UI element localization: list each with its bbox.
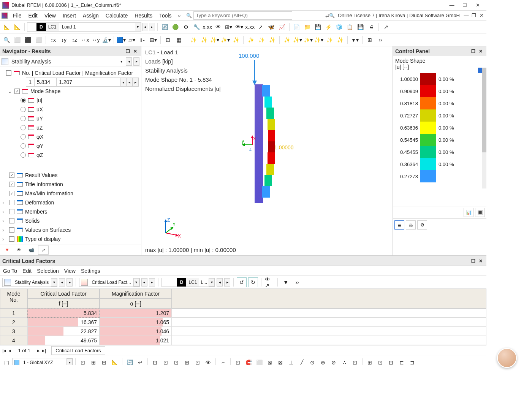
row-no[interactable]: 2: [0, 318, 27, 327]
lc-next-button[interactable]: ▸: [224, 278, 230, 287]
mode-option-uY[interactable]: uY: [2, 114, 139, 123]
checkbox[interactable]: [9, 218, 14, 223]
expand-icon[interactable]: ⌄: [8, 88, 12, 94]
expand-icon[interactable]: ›: [2, 209, 7, 215]
row-dropdown-icon[interactable]: ▾: [120, 78, 126, 86]
toolbar2-icon-13[interactable]: ▱▾: [127, 35, 137, 45]
toolbar2-icon-23[interactable]: ✨▾: [220, 35, 230, 45]
toolbar-overflow-icon[interactable]: ››: [292, 277, 302, 287]
chevron-down-icon[interactable]: ▾: [51, 278, 57, 287]
toolbar2-icon-1[interactable]: ⬜: [12, 35, 22, 45]
bottom-icon-26[interactable]: ⊘: [329, 358, 339, 365]
page-next-button[interactable]: ▸: [37, 348, 40, 353]
display-option[interactable]: ✓Result Values: [2, 171, 139, 180]
coordinate-system-combo[interactable]: 1 - Global XYZ ▾: [12, 358, 73, 365]
table-tab[interactable]: Critical Load Factors: [51, 346, 105, 355]
toolbar2-icon-3[interactable]: ⬜: [33, 35, 43, 45]
doc-close-button[interactable]: ✕: [478, 12, 485, 19]
table-category-combo[interactable]: Stability Analysis ▾: [2, 278, 57, 287]
toolbar-icon-0[interactable]: 🔄: [160, 22, 170, 32]
mode-option-φY[interactable]: φY: [2, 141, 139, 150]
bottom-icon-28[interactable]: ⊡: [350, 358, 360, 365]
expand-icon[interactable]: ›: [2, 218, 7, 224]
close-button[interactable]: ✕: [471, 1, 484, 10]
bottom-icon-10[interactable]: ⊡: [171, 358, 181, 365]
bottom-icon-33[interactable]: ⊏: [397, 358, 407, 365]
panel-close-icon[interactable]: ✕: [477, 48, 484, 55]
category-next-button[interactable]: ▸: [133, 57, 139, 66]
toolbar-icon-6[interactable]: ⊞▾: [224, 22, 234, 32]
row-prev-button[interactable]: ◂: [126, 78, 132, 86]
radio-icon[interactable]: [21, 143, 26, 149]
bottom-icon-11[interactable]: ⊞: [182, 358, 192, 365]
radio-icon[interactable]: [21, 107, 26, 112]
toolbar-icon-22[interactable]: ↗: [381, 22, 391, 32]
chevron-down-icon[interactable]: ▾: [66, 358, 73, 365]
result-next-button[interactable]: ▸: [149, 278, 155, 287]
toolbar2-icon-33[interactable]: ✨▾: [314, 35, 324, 45]
page-prev-button[interactable]: ◂: [8, 348, 11, 353]
toolbar-icon-2[interactable]: ⚙: [181, 22, 191, 32]
display-option[interactable]: ✓Title Information: [2, 180, 139, 189]
lc-prev-button[interactable]: ◂: [217, 278, 223, 287]
toolbar2-icon-24[interactable]: ✨: [231, 35, 241, 45]
radio-icon[interactable]: [21, 98, 26, 103]
search-input[interactable]: [193, 11, 292, 20]
toolbar-icon-16[interactable]: ⚡: [324, 22, 334, 32]
legend-tab-colors-icon[interactable]: ≣: [394, 220, 404, 230]
result-prev-button[interactable]: ◂: [141, 278, 147, 287]
toolbar-icon-13[interactable]: 📄: [292, 22, 302, 32]
toolbar-icon-5[interactable]: 👁: [213, 22, 223, 32]
maximize-button[interactable]: ☐: [458, 1, 471, 10]
toolbar2-icon-40[interactable]: ››: [375, 35, 385, 45]
category-prev-button[interactable]: ◂: [126, 57, 132, 66]
minimize-button[interactable]: —: [445, 1, 458, 10]
toolbar2-icon-10[interactable]: 🔬▾: [101, 35, 111, 45]
table-menu-settings[interactable]: Settings: [81, 268, 100, 274]
radio-icon[interactable]: [21, 125, 26, 130]
display-option[interactable]: ›Solids: [2, 216, 139, 225]
toolbar2-icon-32[interactable]: ✨▾: [303, 35, 313, 45]
panel-restore-icon[interactable]: ❐: [124, 48, 131, 55]
3d-viewport[interactable]: LC1 - Load 1 Loads [kip] Stability Analy…: [141, 46, 393, 255]
checkbox[interactable]: [9, 200, 14, 205]
tree-checkbox[interactable]: [6, 70, 11, 76]
radio-icon[interactable]: [21, 116, 26, 121]
toolbar2-icon-18[interactable]: ▦: [174, 35, 184, 45]
toolbar2-icon-35[interactable]: ✨: [335, 35, 345, 45]
results-off-icon[interactable]: 📐: [12, 22, 22, 32]
toolbar2-icon-15[interactable]: ⊞▾: [148, 35, 158, 45]
bottom-icon-5[interactable]: 🔄: [125, 358, 135, 365]
toolbar-icon-15[interactable]: 💾: [313, 22, 323, 32]
nav-tab-video-icon[interactable]: 📹: [26, 245, 36, 255]
toolbar2-icon-30[interactable]: ✨: [282, 35, 292, 45]
menu-tools[interactable]: Tools: [156, 11, 175, 20]
toolbar-icon-17[interactable]: 🧊: [334, 22, 344, 32]
doc-minimize-button[interactable]: —: [463, 12, 470, 19]
panel-close-icon[interactable]: ✕: [477, 258, 484, 264]
page-first-button[interactable]: |◂: [2, 348, 6, 353]
chevron-down-icon[interactable]: ▾: [118, 59, 124, 63]
cell-clf[interactable]: 22.827: [27, 327, 100, 336]
mode-option-φZ[interactable]: φZ: [2, 150, 139, 160]
doc-restore-button[interactable]: ❐: [470, 12, 477, 19]
menu-edit[interactable]: Edit: [25, 11, 41, 20]
table-menu-selection[interactable]: Selection: [37, 268, 59, 274]
filter-icon[interactable]: ▼: [281, 277, 291, 287]
toolbar-icon-11[interactable]: 📈: [277, 22, 287, 32]
legend-edit-icon[interactable]: 📊: [464, 208, 473, 217]
bottom-icon-12[interactable]: ⊡: [193, 358, 203, 365]
display-option[interactable]: ›Values on Surfaces: [2, 225, 139, 234]
row-no[interactable]: 4: [0, 336, 27, 345]
menu-overflow-icon[interactable]: ››: [176, 13, 183, 18]
bottom-icon-23[interactable]: ╱: [297, 358, 307, 365]
chevron-down-icon[interactable]: ▾: [209, 278, 215, 287]
toolbar2-icon-5[interactable]: ↕x: [48, 35, 58, 45]
toolbar2-icon-37[interactable]: ▼▾: [350, 35, 360, 45]
toolbar-icon-14[interactable]: 📁: [302, 22, 312, 32]
category-next-button[interactable]: ▸: [66, 278, 73, 287]
bottom-icon-13[interactable]: 👁: [203, 358, 213, 365]
toolbar2-icon-9[interactable]: ↔y: [91, 35, 101, 45]
loadcase-next-button[interactable]: ▸: [149, 23, 155, 31]
bottom-icon-2[interactable]: ⊟: [99, 358, 109, 365]
